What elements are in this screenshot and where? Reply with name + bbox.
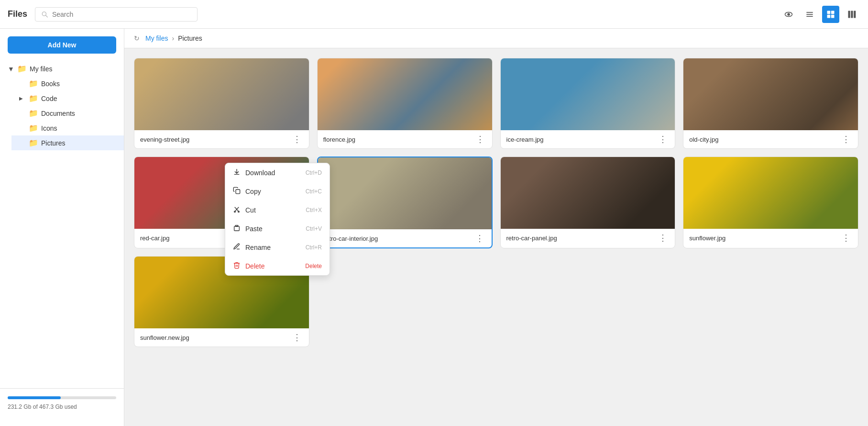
ctx-left-cut: Cut	[233, 205, 256, 214]
file-more-button[interactable]: ⋮	[291, 332, 303, 343]
svg-rect-8	[831, 11, 835, 14]
ctx-shortcut-download: Ctrl+D	[306, 169, 322, 176]
file-thumbnail	[318, 58, 492, 130]
folder-books-icon: 📁	[29, 79, 38, 88]
svg-rect-9	[827, 14, 831, 18]
file-card[interactable]: florence.jpg⋮	[317, 58, 493, 149]
rename-icon	[233, 243, 241, 252]
folder-pictures-icon: 📁	[29, 138, 38, 147]
ctx-left-delete: Delete	[233, 261, 264, 270]
context-menu-delete[interactable]: DeleteDelete	[225, 257, 330, 275]
svg-rect-12	[851, 11, 853, 18]
ctx-shortcut-copy: Ctrl+C	[306, 188, 322, 195]
context-menu-rename[interactable]: RenameCtrl+R	[225, 238, 330, 257]
card-footer: evening-street.jpg⋮	[134, 130, 309, 148]
file-card[interactable]: retro-car-panel.jpg⋮	[500, 157, 676, 248]
breadcrumb-separator: ›	[172, 34, 174, 42]
add-new-button[interactable]: Add New	[8, 36, 116, 54]
search-bar[interactable]	[35, 7, 198, 22]
sidebar-item-code[interactable]: ▶ 📁 Code	[11, 91, 124, 106]
app-title: Files	[8, 9, 27, 19]
storage-label: 231.2 Gb of 467.3 Gb used	[8, 404, 77, 410]
ctx-label-delete: Delete	[245, 262, 264, 270]
ctx-shortcut-rename: Ctrl+R	[306, 244, 322, 251]
storage-fill	[8, 396, 61, 399]
ctx-left-paste: Paste	[233, 224, 263, 233]
card-footer: ice-cream.jpg⋮	[501, 130, 675, 148]
grid-view-button[interactable]	[822, 6, 839, 23]
chevron-down-icon: ▼	[8, 65, 14, 73]
ctx-label-download: Download	[245, 169, 275, 177]
file-thumbnail	[501, 157, 675, 229]
file-card[interactable]: ice-cream.jpg⋮	[500, 58, 676, 149]
sidebar-item-books-label: Books	[41, 80, 60, 88]
file-card[interactable]: retro-car-interior.jpg⋮	[317, 157, 493, 248]
ctx-shortcut-paste: Ctrl+V	[306, 225, 322, 232]
copy-icon	[233, 187, 241, 196]
svg-rect-14	[236, 190, 240, 194]
sidebar-item-pictures-label: Pictures	[41, 139, 66, 147]
svg-rect-11	[848, 11, 850, 18]
search-input[interactable]	[52, 11, 191, 18]
file-more-button[interactable]: ⋮	[291, 134, 303, 145]
sidebar-item-icons[interactable]: 📁 Icons	[11, 121, 124, 135]
svg-point-3	[788, 13, 790, 15]
context-menu-paste[interactable]: PasteCtrl+V	[225, 219, 330, 238]
file-name: sunflower.jpg	[689, 235, 725, 242]
ctx-label-rename: Rename	[245, 244, 271, 251]
refresh-button[interactable]: ↻	[134, 34, 140, 42]
context-menu-copy[interactable]: CopyCtrl+C	[225, 182, 330, 201]
tree-children: 📁 Books ▶ 📁 Code 📁 Documents 📁 Icons	[0, 76, 124, 150]
sidebar-item-myfiles[interactable]: ▼ 📁 My files	[0, 61, 124, 76]
card-footer: retro-car-panel.jpg⋮	[501, 229, 675, 247]
file-name: sunflower.new.jpg	[140, 334, 189, 341]
file-more-button[interactable]: ⋮	[840, 233, 852, 243]
context-menu-download[interactable]: DownloadCtrl+D	[225, 163, 330, 182]
paste-icon	[233, 224, 241, 233]
header: Files	[0, 0, 868, 29]
folder-code-icon: 📁	[29, 94, 38, 103]
context-menu-cut[interactable]: CutCtrl+X	[225, 201, 330, 219]
breadcrumb-current: Pictures	[178, 34, 202, 42]
sidebar-item-myfiles-label: My files	[30, 65, 52, 73]
file-thumbnail	[683, 157, 858, 229]
cut-icon	[233, 205, 241, 214]
file-card[interactable]: evening-street.jpg⋮	[134, 58, 309, 149]
file-card[interactable]: old-city.jpg⋮	[683, 58, 858, 149]
svg-rect-13	[854, 11, 856, 18]
file-name: ice-cream.jpg	[506, 136, 544, 143]
sidebar-item-documents[interactable]: 📁 Documents	[11, 106, 124, 121]
svg-line-1	[46, 15, 48, 17]
file-name: evening-street.jpg	[140, 136, 189, 143]
columns-icon	[847, 10, 857, 19]
file-card[interactable]: sunflower.jpg⋮	[683, 157, 858, 248]
sidebar-item-code-label: Code	[41, 95, 57, 102]
ctx-label-copy: Copy	[245, 188, 261, 195]
file-name: red-car.jpg	[140, 235, 169, 242]
chevron-right-icon: ▶	[19, 96, 26, 101]
file-more-button[interactable]: ⋮	[840, 134, 852, 145]
breadcrumb-root[interactable]: My files	[145, 34, 168, 42]
file-name: retro-car-panel.jpg	[506, 235, 557, 242]
breadcrumb: ↻ My files › Pictures	[124, 29, 868, 48]
svg-rect-10	[831, 14, 835, 18]
file-more-button[interactable]: ⋮	[657, 233, 669, 243]
storage-bar: 231.2 Gb of 467.3 Gb used	[0, 388, 124, 418]
file-thumbnail	[501, 58, 675, 130]
columns-view-button[interactable]	[843, 6, 860, 23]
list-view-button[interactable]	[801, 6, 818, 23]
folder-icons-icon: 📁	[29, 123, 38, 133]
sidebar: Add New ▼ 📁 My files 📁 Books ▶ 📁 Code	[0, 29, 124, 426]
eye-icon	[784, 10, 793, 19]
svg-point-0	[42, 11, 46, 15]
file-more-button[interactable]: ⋮	[473, 233, 486, 244]
grid-icon	[826, 10, 835, 19]
sidebar-item-pictures[interactable]: 📁 Pictures	[11, 135, 124, 150]
sidebar-item-books[interactable]: 📁 Books	[11, 76, 124, 91]
file-name: florence.jpg	[323, 136, 355, 143]
file-more-button[interactable]: ⋮	[474, 134, 486, 145]
file-more-button[interactable]: ⋮	[657, 134, 669, 145]
context-menu: DownloadCtrl+DCopyCtrl+CCutCtrl+XPasteCt…	[225, 163, 330, 276]
card-footer: florence.jpg⋮	[318, 130, 492, 148]
eye-view-button[interactable]	[780, 6, 797, 23]
